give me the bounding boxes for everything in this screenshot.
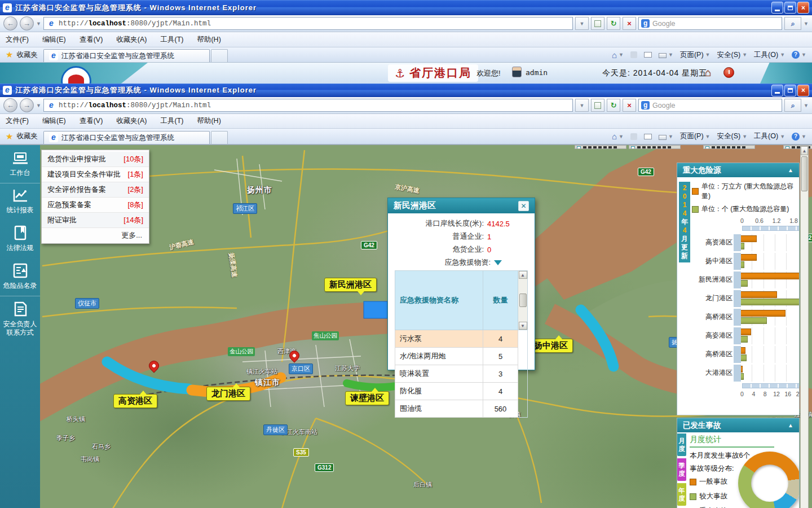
bar-capacity[interactable]	[741, 310, 785, 317]
bar-count[interactable]	[741, 261, 744, 268]
menu-item-0[interactable]: 文件(F)	[6, 116, 29, 126]
sidebar-item-1[interactable]: 统计报表	[0, 183, 40, 220]
search-box[interactable]: gGoogle	[638, 99, 782, 112]
supplies-row[interactable]: 围油缆560	[395, 400, 528, 418]
favorites-button[interactable]: ★收藏夹	[0, 47, 43, 62]
menu-item-1[interactable]: 编辑(E)	[42, 116, 66, 126]
checkbox-icon[interactable]	[785, 146, 789, 149]
bar-capacity[interactable]	[741, 366, 743, 373]
bar-count[interactable]	[741, 336, 748, 343]
menu-item-1[interactable]: 编辑(E)	[42, 35, 66, 45]
quick-menu-item-2[interactable]: 安全评价报告备案[2条]	[42, 182, 149, 198]
checkbox-icon[interactable]	[705, 146, 709, 149]
help-button[interactable]: ?▼	[792, 51, 806, 59]
layer-toggle-stub[interactable]	[703, 145, 755, 149]
home-shortcut-icon[interactable]: ⌂	[705, 67, 711, 79]
favorites-button[interactable]: ★收藏夹	[0, 129, 43, 144]
supplies-row[interactable]: 水/泡沫两用炮5	[395, 348, 528, 365]
sidebar-item-2[interactable]: 法律法规	[0, 220, 40, 258]
period-tab-2[interactable]: 年度	[677, 483, 686, 506]
port-callout-1[interactable]: 扬中港区	[529, 339, 573, 353]
menu-item-4[interactable]: 工具(T)	[160, 116, 183, 126]
supplies-row[interactable]: 污水泵4	[395, 330, 528, 348]
bar-capacity[interactable]	[741, 347, 745, 354]
search-button[interactable]: ⌕	[784, 17, 801, 30]
xinminzhou-port-area[interactable]	[364, 301, 387, 318]
popup-header[interactable]: 新民洲港区 ✕	[388, 198, 535, 213]
restore-button[interactable]	[784, 2, 796, 14]
back-button[interactable]: ←	[3, 98, 17, 112]
url-dropdown-button[interactable]: ▼	[575, 17, 589, 30]
history-dropdown-icon[interactable]: ▼	[36, 103, 41, 108]
bar-count[interactable]	[741, 373, 744, 380]
compatibility-view-button[interactable]	[591, 17, 604, 30]
url-box[interactable]: ehttp://localhost:8080/yjpt/Main.html	[43, 99, 573, 112]
forward-button[interactable]: →	[20, 98, 34, 112]
scroll-up-icon[interactable]: ▲	[519, 271, 527, 279]
sidebar-item-0[interactable]: 工作台	[0, 146, 40, 183]
menu-item-2[interactable]: 查看(V)	[80, 35, 103, 45]
sidebar-item-3[interactable]: 危险品名录	[0, 258, 40, 296]
menu-item-0[interactable]: 文件(F)	[6, 35, 29, 45]
menu-item-2[interactable]: 查看(V)	[80, 116, 103, 126]
checkbox-icon[interactable]	[631, 146, 635, 149]
help-button[interactable]: ?▼	[792, 133, 806, 141]
stop-button[interactable]: ×	[623, 17, 636, 30]
bar-capacity[interactable]	[741, 254, 757, 261]
menu-item-5[interactable]: 帮助(H)	[197, 35, 220, 45]
command-item-2[interactable]: 工具(O)▼	[754, 50, 785, 60]
command-item-2[interactable]: 工具(O)▼	[754, 132, 785, 141]
collapse-arrow-icon[interactable]: ▲	[788, 167, 793, 173]
scroll-thumb[interactable]	[801, 156, 807, 191]
command-item-0[interactable]: 页面(P)▼	[680, 50, 710, 60]
menu-item-3[interactable]: 收藏夹(A)	[116, 35, 147, 45]
collapse-triangle-icon[interactable]	[494, 260, 502, 265]
map-vertical-scrollbar[interactable]: ▲	[800, 146, 809, 508]
layer-toggle-stub[interactable]	[575, 145, 626, 149]
command-item-0[interactable]: 页面(P)▼	[680, 132, 710, 141]
minimize-button[interactable]	[771, 85, 783, 97]
layer-toggle-stub[interactable]	[629, 145, 681, 149]
bar-count[interactable]	[741, 317, 767, 324]
refresh-button[interactable]: ↻	[607, 17, 620, 30]
menu-item-3[interactable]: 收藏夹(A)	[116, 116, 147, 126]
logout-power-icon[interactable]	[723, 67, 734, 78]
port-callout-4[interactable]: 谏壁港区	[345, 391, 389, 405]
home-button[interactable]: ⌂▼	[612, 132, 624, 141]
close-button[interactable]: ×	[797, 85, 809, 97]
period-tab-1[interactable]: 季度	[677, 458, 686, 481]
accident-panel-header[interactable]: 已发生事故 ▲	[677, 418, 799, 432]
search-dropdown-icon[interactable]: ▼	[804, 103, 809, 108]
close-icon[interactable]: ✕	[518, 201, 529, 211]
close-button[interactable]: ×	[797, 2, 809, 14]
bar-count[interactable]	[741, 354, 747, 361]
menu-item-4[interactable]: 工具(T)	[160, 35, 183, 45]
forward-button[interactable]: →	[20, 16, 34, 30]
minimize-button[interactable]	[771, 2, 783, 14]
period-tab-0[interactable]: 月度	[677, 433, 686, 456]
history-dropdown-icon[interactable]: ▼	[36, 21, 41, 27]
print-button[interactable]: ▼	[659, 133, 673, 140]
new-tab-stub[interactable]	[211, 49, 228, 62]
quick-menu-item-3[interactable]: 应急预案备案[8条]	[42, 198, 149, 213]
print-button[interactable]: ▼	[659, 51, 673, 58]
bar-count[interactable]	[741, 243, 744, 249]
sidebar-item-4[interactable]: 安全负责人联系方式	[0, 296, 40, 343]
quick-menu-item-4[interactable]: 附证审批[14条]	[42, 213, 149, 228]
scroll-down-icon[interactable]: ▼	[519, 322, 527, 330]
active-tab[interactable]: e江苏省港口安全监管与应急管理系统	[43, 49, 210, 62]
refresh-button[interactable]: ↻	[607, 99, 620, 112]
chart-range-slider-top[interactable]	[742, 226, 799, 231]
scroll-thumb[interactable]	[519, 294, 527, 307]
search-button[interactable]: ⌕	[784, 99, 801, 112]
search-dropdown-icon[interactable]: ▼	[804, 21, 809, 27]
bar-capacity[interactable]	[741, 291, 777, 298]
quick-menu-more[interactable]: 更多...	[42, 228, 149, 242]
home-button[interactable]: ⌂▼	[612, 50, 624, 60]
scroll-up-icon[interactable]: ▲	[801, 146, 808, 155]
new-tab-stub[interactable]	[211, 131, 228, 144]
checkbox-icon[interactable]	[577, 146, 581, 149]
port-callout-2[interactable]: 高资港区	[113, 394, 157, 408]
back-button[interactable]: ←	[3, 16, 17, 30]
quick-menu-item-1[interactable]: 建设项目安全条件审批[1条]	[42, 167, 149, 182]
